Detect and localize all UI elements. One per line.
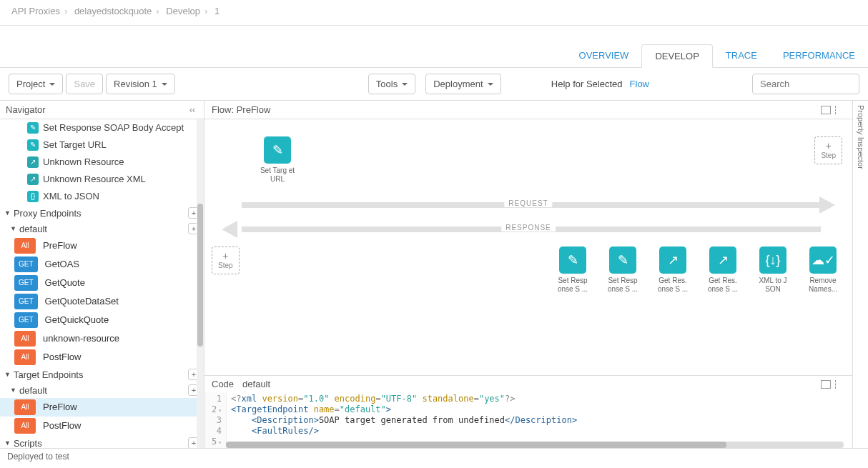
scrollbar[interactable]	[197, 118, 204, 448]
collapse-navigator-icon[interactable]: ‹‹	[187, 105, 198, 115]
layout-icon[interactable]	[821, 106, 831, 114]
crumb: 1	[214, 6, 220, 16]
policy-icon: ✎	[27, 139, 39, 151]
code-endpoint-label: default	[242, 379, 270, 389]
policy-step[interactable]: ↗Get Res. onse S ...	[654, 247, 692, 294]
method-badge: All	[14, 399, 36, 415]
request-label: REQUEST	[504, 199, 552, 207]
add-response-step-button[interactable]: + Step	[212, 247, 240, 274]
policy-step[interactable]: ☁✓Remove Names...	[804, 247, 842, 294]
method-badge: All	[14, 331, 36, 347]
arrow-right-icon	[819, 196, 844, 214]
method-badge: All	[14, 238, 36, 254]
tab-overview[interactable]: OVERVIEW	[566, 44, 642, 67]
policy-icon: {↓}	[759, 247, 786, 274]
crumb[interactable]: Develop	[166, 6, 200, 16]
help-link[interactable]: Flow	[630, 79, 649, 89]
horizontal-scrollbar[interactable]	[226, 442, 844, 448]
policy-icon: ↗	[27, 156, 39, 168]
policy-item[interactable]: ↗Unknown Resource	[0, 154, 204, 171]
plus-icon: +	[222, 252, 228, 260]
policy-step[interactable]: ✎Set Resp onse S ...	[603, 247, 642, 294]
method-badge: GET	[14, 275, 38, 291]
scroll-thumb[interactable]	[226, 442, 726, 448]
navigator-title: Navigator	[6, 104, 46, 115]
flow-item[interactable]: AllPreFlow	[0, 398, 204, 417]
layout-icon[interactable]	[821, 380, 831, 389]
proxy-endpoints-section[interactable]: ▼ Proxy Endpoints +	[0, 205, 204, 221]
method-badge: GET	[14, 257, 38, 272]
plus-icon: +	[826, 141, 832, 150]
caret-down-icon: ▼	[4, 439, 11, 447]
response-label: RESPONSE	[501, 224, 556, 231]
flow-item[interactable]: AllPostFlow	[0, 348, 204, 367]
toolbar: Project Save Revision 1 Tools Deployment…	[0, 68, 868, 100]
flow-title: Flow: PreFlow	[212, 104, 270, 115]
breadcrumb: API Proxies› delayedstockquote› Develop›…	[0, 0, 868, 26]
crumb[interactable]: delayedstockquote	[74, 6, 152, 16]
method-badge: All	[14, 349, 36, 365]
revision-dropdown[interactable]: Revision 1	[106, 74, 175, 94]
method-badge: All	[14, 418, 36, 434]
flow-item[interactable]: GETGetQuickQuote	[0, 311, 204, 329]
caret-down-icon: ▼	[10, 387, 16, 394]
policy-step[interactable]: ✎Set Resp onse S ...	[553, 247, 592, 294]
policy-item[interactable]: ↗Unknown Resource XML	[0, 171, 204, 188]
arrow-left-icon	[213, 221, 237, 238]
policy-item[interactable]: {}XML to JSON	[0, 188, 204, 205]
policy-set-target-url[interactable]: ✎ Set Targ et URL	[258, 136, 297, 184]
policy-step[interactable]: {↓}XML to J SON	[754, 247, 792, 294]
navigator-panel: Navigator ‹‹ ✎Set Response SOAP Body Acc…	[0, 101, 204, 448]
deployment-dropdown[interactable]: Deployment	[425, 74, 500, 94]
flow-item[interactable]: GETGetOAS	[0, 255, 204, 274]
flow-item[interactable]: GETGetQuote	[0, 274, 204, 292]
policy-item[interactable]: ✎Set Response SOAP Body Accept	[0, 119, 204, 136]
policy-icon: ↗	[27, 174, 39, 185]
flow-item[interactable]: AllPostFlow	[0, 417, 204, 435]
help-label: Help for Selected	[551, 79, 623, 89]
tab-trace[interactable]: TRACE	[713, 44, 770, 67]
policy-step[interactable]: ↗Get Res. onse S ...	[704, 247, 742, 294]
tab-develop[interactable]: DEVELOP	[641, 44, 712, 68]
flow-canvas: ✎ Set Targ et URL + Step REQUEST RESPONS…	[204, 119, 852, 375]
status-bar: Deployed to test	[0, 448, 868, 464]
method-badge: GET	[14, 312, 38, 328]
caret-down-icon: ▼	[10, 225, 16, 232]
crumb[interactable]: API Proxies	[11, 6, 60, 16]
policy-icon: ↗	[709, 247, 736, 274]
policy-icon: ✎	[27, 122, 39, 134]
scripts-section[interactable]: ▼ Scripts +	[0, 435, 204, 448]
project-dropdown[interactable]: Project	[9, 74, 63, 94]
save-button[interactable]: Save	[66, 74, 103, 94]
tabs: OVERVIEW DEVELOP TRACE PERFORMANCE	[0, 26, 868, 68]
policy-icon: ✎	[609, 247, 636, 274]
tools-dropdown[interactable]: Tools	[368, 74, 415, 94]
method-badge: GET	[14, 294, 38, 309]
policy-item[interactable]: ✎Set Target URL	[0, 136, 204, 154]
target-endpoints-section[interactable]: ▼ Target Endpoints +	[0, 367, 204, 382]
flow-item[interactable]: Allunknown-resource	[0, 329, 204, 348]
pencil-icon: ✎	[264, 136, 291, 164]
code-editor[interactable]: 12345 <?xml version="1.0" encoding="UTF-…	[204, 392, 852, 448]
policy-icon: ✎	[559, 247, 586, 274]
tab-performance[interactable]: PERFORMANCE	[770, 44, 868, 67]
property-inspector-label: Property Inspector	[857, 101, 865, 169]
caret-down-icon: ▼	[4, 371, 11, 378]
proxy-default[interactable]: ▼ default +	[0, 221, 204, 237]
policy-icon: ☁✓	[809, 247, 837, 274]
expand-icon[interactable]	[835, 380, 845, 389]
search-input[interactable]	[752, 74, 859, 94]
expand-icon[interactable]	[835, 106, 845, 114]
target-default[interactable]: ▼ default +	[0, 382, 204, 398]
flow-item[interactable]: AllPreFlow	[0, 237, 204, 255]
caret-down-icon: ▼	[4, 209, 11, 216]
property-inspector-panel[interactable]: Property Inspector	[852, 101, 868, 448]
scroll-thumb[interactable]	[197, 204, 203, 347]
policy-icon: ↗	[659, 247, 686, 274]
code-tab[interactable]: Code	[212, 379, 234, 389]
policy-icon: {}	[27, 191, 39, 202]
add-request-step-button[interactable]: + Step	[814, 136, 842, 164]
flow-item[interactable]: GETGetQuoteDataSet	[0, 292, 204, 311]
